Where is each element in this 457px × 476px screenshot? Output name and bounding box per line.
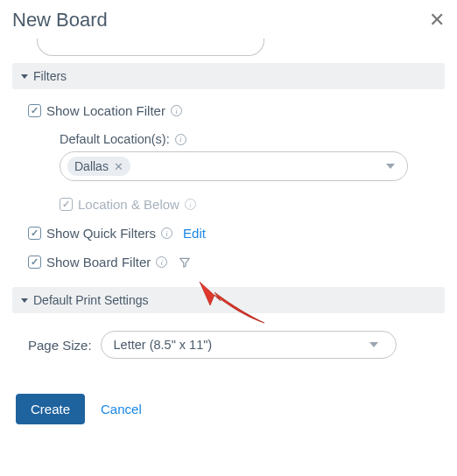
- show-board-filter-label: Show Board Filter: [46, 255, 151, 270]
- collapsed-field[interactable]: [37, 38, 264, 56]
- chevron-down-icon: [386, 164, 395, 169]
- page-size-label: Page Size:: [28, 338, 92, 353]
- remove-tag-icon[interactable]: ✕: [114, 160, 123, 173]
- cancel-link[interactable]: Cancel: [101, 402, 142, 416]
- default-locations-label: Default Location(s):: [60, 132, 170, 146]
- info-icon[interactable]: [156, 256, 167, 268]
- section-filters-header[interactable]: Filters: [12, 63, 445, 89]
- funnel-icon[interactable]: [178, 256, 192, 270]
- caret-down-icon: [21, 298, 28, 303]
- info-icon[interactable]: [185, 199, 196, 210]
- dialog-title: New Board: [12, 9, 108, 32]
- location-tag-label: Dallas: [74, 159, 109, 173]
- page-size-select[interactable]: Letter (8.5" x 11"): [101, 331, 397, 359]
- info-icon[interactable]: [161, 228, 172, 239]
- page-size-value: Letter (8.5" x 11"): [114, 338, 213, 352]
- section-print-title: Default Print Settings: [33, 293, 149, 307]
- section-print-header[interactable]: Default Print Settings: [12, 287, 445, 313]
- close-icon[interactable]: ✕: [429, 10, 445, 30]
- show-quick-filters-checkbox[interactable]: [28, 227, 41, 240]
- edit-quick-filters-link[interactable]: Edit: [183, 226, 206, 241]
- location-below-label: Location & Below: [78, 197, 179, 212]
- show-location-label: Show Location Filter: [46, 103, 165, 118]
- info-icon[interactable]: [171, 105, 182, 116]
- show-quick-filters-label: Show Quick Filters: [46, 226, 156, 241]
- location-tag: Dallas ✕: [67, 157, 130, 176]
- show-board-filter-checkbox[interactable]: [28, 256, 41, 269]
- section-filters-title: Filters: [33, 69, 67, 83]
- location-below-checkbox[interactable]: [60, 198, 73, 211]
- info-icon[interactable]: [175, 134, 186, 145]
- create-button[interactable]: Create: [16, 394, 85, 424]
- caret-down-icon: [21, 74, 28, 79]
- show-location-checkbox[interactable]: [28, 104, 41, 117]
- default-locations-select[interactable]: Dallas ✕: [60, 151, 408, 181]
- chevron-down-icon: [369, 342, 378, 347]
